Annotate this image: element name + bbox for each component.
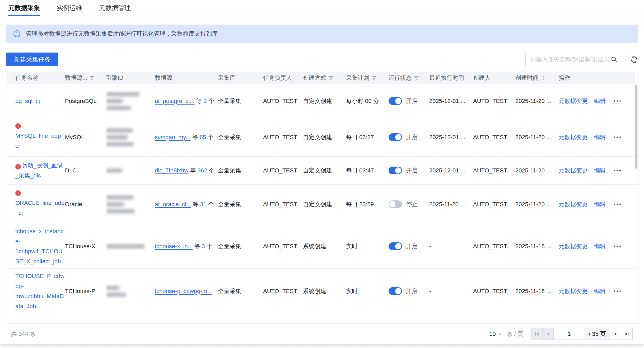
status-toggle[interactable] [389,200,402,208]
filter-icon[interactable] [372,76,376,80]
engine-id-cell [106,242,155,251]
last-exec-cell: 2025-12-01 ... [429,134,473,141]
table-header: 任务名称数据源...引擎ID数据源采集库任务负责人创建方式采集计划运行状态最近执… [7,72,635,84]
prev-page-button[interactable] [543,328,554,340]
collection-scope-cell: 全量采集 [218,242,263,250]
metadata-change-link[interactable]: 元数据变更 [559,97,588,105]
datasource-link[interactable]: dlc_7fn8ix9w [155,167,188,174]
column-header-1: 任务名称 [15,74,65,82]
more-actions-button[interactable] [614,246,621,247]
search-box[interactable] [525,53,622,66]
last-exec-cell: 2025-11-20 ... [429,201,473,208]
owner-cell: AUTO_TEST [263,288,303,295]
column-header-11: 创建人 [473,74,515,82]
page-size-value: 10 [489,331,496,337]
search-icon[interactable] [611,56,618,63]
plan-cell: 每小时 00 分 [346,97,389,105]
more-actions-button[interactable] [614,170,621,171]
task-name-link[interactable]: pg_sql_cj [15,98,40,104]
last-exec-cell: 2025-12-01 ... [429,167,473,174]
plan-cell: 每日 03:47 [346,167,389,175]
datasource-cell: tchouse-x_in... 等 3 个 [155,242,218,250]
status-cell: 开启 [389,242,429,250]
column-header-5: 采集库 [218,74,263,82]
tab-bar: 元数据采集实例运维元数据管理 [0,0,644,16]
datasource-link[interactable]: at_postgre_cl... [155,98,194,104]
task-name-cell: !勿动_拨测_血缘_采集_dlc [15,161,66,181]
column-header-7: 创建方式 [303,74,346,82]
creator-cell: AUTO_TEST [473,134,515,141]
column-header-10: 最近执行时间 [429,74,473,82]
created-time-cell: 2025-11-20 ... [515,201,559,208]
status-cell: 开启 [389,133,429,141]
table-scrollbar-thumb[interactable] [635,85,637,169]
metadata-change-link[interactable]: 元数据变更 [559,200,588,208]
task-name-link[interactable]: TCHOUSE_P_cdwpg-mwuznbhu_MetaData_Job [15,273,64,309]
search-input[interactable] [530,56,611,63]
datasource-link[interactable]: svmgao_my... [155,134,190,140]
table-row: !勿动_拨测_血缘_采集_dlcDLCdlc_7fn8ix9w 等 362 个全… [7,157,638,185]
task-name-link[interactable]: 勿动_拨测_血缘_采集_dlc [15,162,63,179]
metadata-change-link[interactable]: 元数据变更 [559,287,588,295]
tab-2[interactable]: 实例运维 [57,0,82,16]
new-collection-task-button[interactable]: 新建采集任务 [6,53,58,66]
ops-cell: 元数据变更编辑 [559,97,638,105]
status-toggle[interactable] [389,167,402,174]
edit-link[interactable]: 编辑 [594,167,606,175]
datasource-link[interactable]: at_oracle_cl... [155,201,191,208]
status-cell: 开启 [389,97,429,105]
datasource-cell: at_postgre_cl... 等 2 个 [155,97,218,105]
engine-id-cell [106,126,155,149]
filter-icon[interactable] [414,76,419,80]
edit-link[interactable]: 编辑 [594,97,606,105]
create-mode-cell: 系统创建 [303,242,346,250]
next-page-button[interactable] [610,328,621,340]
task-name-link[interactable]: ORACLE_line_udp_cj [15,200,64,216]
next-page-icon [613,331,618,337]
filter-icon[interactable] [90,76,94,80]
last-exec-cell: - [429,288,473,295]
refresh-button[interactable] [630,55,638,64]
chevron-down-icon [498,332,502,336]
tab-1[interactable]: 元数据采集 [8,0,40,16]
task-name-link[interactable]: tchouse_x_instance-1cribpw4_TCHOUSE_X_co… [15,228,63,265]
creator-cell: AUTO_TEST [473,288,515,295]
status-toggle[interactable] [389,97,402,105]
task-name-cell: !ORACLE_line_udp_cj [15,190,66,218]
datasource-link[interactable]: tchouse-x_in... [155,243,193,250]
last-page-button[interactable] [621,328,632,340]
page-number-input[interactable]: 1 [554,328,585,340]
status-toggle[interactable] [389,133,402,141]
task-name-link[interactable]: MYSQL_line_udp_cj [15,133,64,149]
first-page-button[interactable] [531,328,543,340]
edit-link[interactable]: 编辑 [594,242,606,250]
metadata-change-link[interactable]: 元数据变更 [559,242,588,250]
status-toggle[interactable] [389,287,402,295]
filter-icon[interactable] [329,76,333,80]
refresh-icon [630,55,638,64]
datasource-link[interactable]: tchouse-p_cdwpg-m... [155,288,212,294]
status-toggle[interactable] [389,242,402,250]
more-actions-button[interactable] [614,137,621,138]
edit-link[interactable]: 编辑 [594,287,606,295]
task-name-cell: pg_sql_cj [15,96,66,106]
edit-link[interactable]: 编辑 [594,133,606,141]
last-page-icon [624,331,629,337]
edit-link[interactable]: 编辑 [594,200,606,208]
more-actions-button[interactable] [614,290,621,292]
sort-icon[interactable] [541,76,545,81]
pagination: 10 条 / 页 1 / 35 页 [489,328,633,340]
last-exec-cell: - [429,243,473,250]
collection-scope-cell: 全量采集 [218,200,263,208]
collection-scope-cell: 全量采集 [218,97,263,105]
metadata-change-link[interactable]: 元数据变更 [559,133,588,141]
owner-cell: AUTO_TEST [263,98,303,105]
page-size-select[interactable]: 10 条 / 页 [489,330,523,338]
metadata-change-link[interactable]: 元数据变更 [559,167,588,175]
tab-3[interactable]: 元数据管理 [99,0,131,16]
plan-cell: 每日 03:27 [346,133,389,141]
column-header-2: 数据源... [65,74,106,82]
more-actions-button[interactable] [614,204,621,205]
plan-cell: 每日 23:59 [346,200,389,208]
more-actions-button[interactable] [614,100,621,102]
